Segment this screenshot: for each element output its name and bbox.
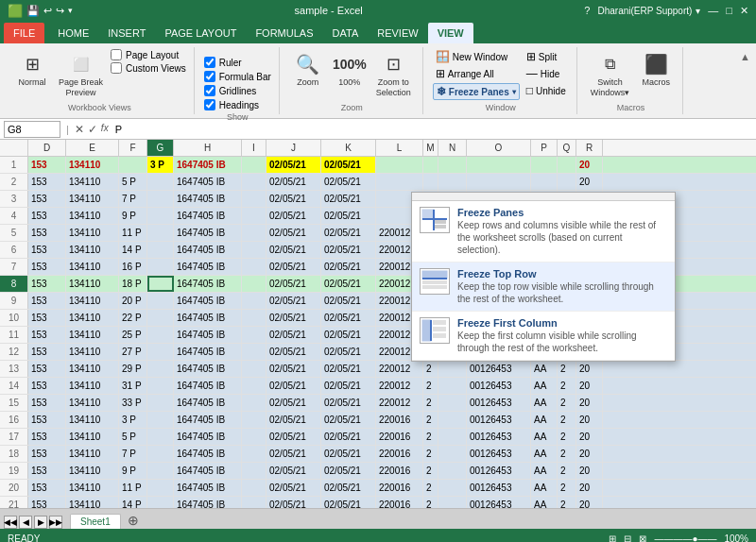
cell-17-6[interactable]: 02/05/21 xyxy=(266,429,321,445)
cell-9-1[interactable]: 134110 xyxy=(66,293,119,309)
switch-windows-button[interactable]: ⧉ SwitchWindows▾ xyxy=(587,49,634,100)
cell-21-6[interactable]: 02/05/21 xyxy=(266,497,321,508)
cell-16-9[interactable]: 2 xyxy=(423,412,438,428)
cell-1-1[interactable]: 134110 xyxy=(66,157,119,173)
cell-18-13[interactable]: 2 xyxy=(558,446,576,462)
cell-14-13[interactable]: 2 xyxy=(558,378,576,394)
hide-button[interactable]: — Hide xyxy=(524,66,569,81)
cell-18-4[interactable]: 1647405 IB xyxy=(174,446,242,462)
cell-17-2[interactable]: 5 P xyxy=(119,429,147,445)
cell-15-13[interactable]: 2 xyxy=(558,395,576,411)
view-layout-btn[interactable]: ⊠ xyxy=(639,534,646,543)
cell-21-8[interactable]: 220016 xyxy=(376,497,423,508)
cell-21-14[interactable]: 20 xyxy=(576,497,603,508)
cell-13-9[interactable]: 2 xyxy=(423,361,438,377)
formula-bar-check[interactable]: Formula Bar xyxy=(204,71,271,82)
cell-6-3[interactable] xyxy=(147,242,174,258)
cell-2-7[interactable]: 02/05/21 xyxy=(321,174,376,190)
collapse-ribbon-btn[interactable]: ▲ xyxy=(740,51,750,62)
page-layout-checkbox[interactable] xyxy=(111,49,122,60)
headings-check[interactable]: Headings xyxy=(204,99,271,110)
col-header-Q[interactable]: Q xyxy=(558,140,576,156)
cell-7-3[interactable] xyxy=(147,259,174,275)
macros-button[interactable]: ⬛ Macros xyxy=(637,49,675,90)
cell-10-3[interactable] xyxy=(147,310,174,326)
tab-page-layout[interactable]: PAGE LAYOUT xyxy=(155,23,246,43)
cell-8-2[interactable]: 18 P xyxy=(119,276,147,292)
cell-14-1[interactable]: 134110 xyxy=(66,378,119,394)
cell-13-1[interactable]: 134110 xyxy=(66,361,119,377)
cell-19-1[interactable]: 134110 xyxy=(66,463,119,479)
cell-3-7[interactable]: 02/05/21 xyxy=(321,191,376,207)
cell-11-2[interactable]: 25 P xyxy=(119,327,147,343)
cell-18-1[interactable]: 134110 xyxy=(66,446,119,462)
col-header-O[interactable]: O xyxy=(467,140,531,156)
tab-insert[interactable]: INSERT xyxy=(98,23,155,43)
new-window-button[interactable]: 🪟 New Window xyxy=(433,49,520,64)
cell-7-2[interactable]: 16 P xyxy=(119,259,147,275)
unhide-button[interactable]: □ Unhide xyxy=(524,83,569,98)
ruler-check[interactable]: Ruler xyxy=(204,57,271,68)
cell-15-5[interactable] xyxy=(242,395,266,411)
cell-21-0[interactable]: 153 xyxy=(28,497,66,508)
cell-2-13[interactable] xyxy=(558,174,576,190)
freeze-panes-dropdown-arrow[interactable]: ▾ xyxy=(512,88,516,96)
cell-5-7[interactable]: 02/05/21 xyxy=(321,225,376,241)
cell-19-12[interactable]: AA xyxy=(531,463,558,479)
user-button[interactable]: Dharani(ERP Support) ▾ xyxy=(597,6,700,16)
cell-18-0[interactable]: 153 xyxy=(28,446,66,462)
tab-formulas[interactable]: FORMULAS xyxy=(246,23,322,43)
cell-17-13[interactable]: 2 xyxy=(558,429,576,445)
cell-11-6[interactable]: 02/05/21 xyxy=(266,327,321,343)
user-dropdown[interactable]: ▾ xyxy=(696,6,700,16)
cell-8-3[interactable] xyxy=(147,276,174,292)
cell-21-2[interactable]: 14 P xyxy=(119,497,147,508)
cell-14-3[interactable] xyxy=(147,378,174,394)
cell-16-2[interactable]: 3 P xyxy=(119,412,147,428)
cell-19-2[interactable]: 9 P xyxy=(119,463,147,479)
formula-bar-checkbox[interactable] xyxy=(204,71,215,82)
cell-9-0[interactable]: 153 xyxy=(28,293,66,309)
cell-19-4[interactable]: 1647405 IB xyxy=(174,463,242,479)
cell-11-0[interactable]: 153 xyxy=(28,327,66,343)
cell-15-14[interactable]: 20 xyxy=(576,395,603,411)
cell-2-3[interactable] xyxy=(147,174,174,190)
cell-2-11[interactable] xyxy=(467,174,531,190)
cell-19-14[interactable]: 20 xyxy=(576,463,603,479)
cell-16-13[interactable]: 2 xyxy=(558,412,576,428)
zoom-100-button[interactable]: 100% 100% xyxy=(331,49,369,90)
cell-13-7[interactable]: 02/05/21 xyxy=(321,361,376,377)
cell-2-0[interactable]: 153 xyxy=(28,174,66,190)
name-box[interactable] xyxy=(4,121,60,138)
arrange-all-button[interactable]: ⊞ Arrange All xyxy=(433,66,520,81)
cell-12-1[interactable]: 134110 xyxy=(66,344,119,360)
cell-17-12[interactable]: AA xyxy=(531,429,558,445)
tab-data[interactable]: DATA xyxy=(323,23,369,43)
cell-6-7[interactable]: 02/05/21 xyxy=(321,242,376,258)
cell-21-11[interactable]: 00126453 xyxy=(467,497,531,508)
cell-16-7[interactable]: 02/05/21 xyxy=(321,412,376,428)
cell-3-5[interactable] xyxy=(242,191,266,207)
gridlines-checkbox[interactable] xyxy=(204,85,215,96)
cell-16-1[interactable]: 134110 xyxy=(66,412,119,428)
cell-17-10[interactable] xyxy=(438,429,467,445)
cell-3-1[interactable]: 134110 xyxy=(66,191,119,207)
cell-15-9[interactable]: 2 xyxy=(423,395,438,411)
formula-input[interactable] xyxy=(112,123,752,136)
cell-20-3[interactable] xyxy=(147,480,174,496)
cell-21-1[interactable]: 134110 xyxy=(66,497,119,508)
cell-3-0[interactable]: 153 xyxy=(28,191,66,207)
cell-14-9[interactable]: 2 xyxy=(423,378,438,394)
cell-18-10[interactable] xyxy=(438,446,467,462)
cell-14-6[interactable]: 02/05/21 xyxy=(266,378,321,394)
cell-15-0[interactable]: 153 xyxy=(28,395,66,411)
cell-1-6[interactable]: 02/05/21 xyxy=(266,157,321,173)
cell-4-3[interactable] xyxy=(147,208,174,224)
col-header-E[interactable]: E xyxy=(66,140,119,156)
cell-17-4[interactable]: 1647405 IB xyxy=(174,429,242,445)
cell-1-5[interactable] xyxy=(242,157,266,173)
cell-13-5[interactable] xyxy=(242,361,266,377)
cell-17-3[interactable] xyxy=(147,429,174,445)
cell-1-11[interactable] xyxy=(467,157,531,173)
cell-3-4[interactable]: 1647405 IB xyxy=(174,191,242,207)
